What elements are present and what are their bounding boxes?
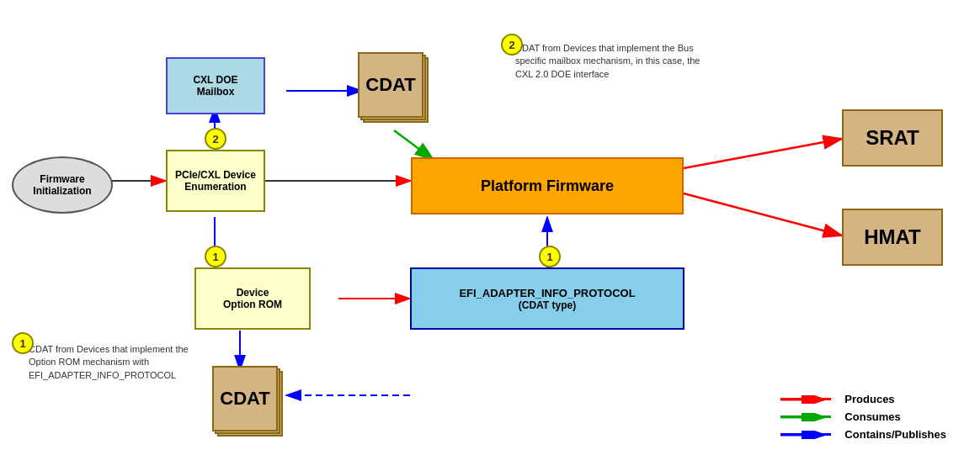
svg-line-7 (394, 130, 434, 160)
legend: Produces Consumes Contains/Publishes (780, 393, 946, 446)
legend-contains: Contains/Publishes (780, 428, 946, 441)
badge-2-top: 2 (501, 34, 523, 56)
legend-produces-line (780, 398, 831, 400)
hmat-box: HMAT (842, 209, 943, 266)
cxl-doe-box: CXL DOE Mailbox (166, 57, 265, 114)
firmware-init-box: Firmware Initialization (12, 156, 113, 214)
legend-contains-label: Contains/Publishes (844, 428, 946, 441)
legend-consumes-label: Consumes (844, 410, 900, 423)
efi-adapter-box: EFI_ADAPTER_INFO_PROTOCOL (CDAT type) (410, 267, 684, 330)
efi-adapter-sublabel: (CDAT type) (459, 299, 635, 311)
badge-1-efi: 1 (539, 246, 561, 267)
firmware-init-label: Firmware Initialization (33, 173, 91, 197)
badge-1-cdat-bottom: 1 (12, 332, 34, 354)
legend-produces-label: Produces (844, 393, 894, 405)
cxl-doe-label: CXL DOE Mailbox (193, 74, 237, 98)
cdat-top-front: CDAT (358, 52, 423, 118)
legend-consumes-line (780, 415, 831, 418)
cdat-bottom-wrapper: CDAT (212, 366, 288, 442)
srat-box: SRAT (842, 109, 943, 167)
platform-fw-box: Platform Firmware (411, 157, 684, 214)
badge-2-pcie: 2 (205, 128, 226, 150)
legend-contains-line (780, 433, 831, 436)
hmat-label: HMAT (864, 225, 921, 249)
cdat-bottom-annotation: CDAT from Devices that implement the Opt… (29, 343, 205, 382)
efi-adapter-label: EFI_ADAPTER_INFO_PROTOCOL (459, 287, 635, 299)
svg-line-14 (684, 139, 842, 168)
legend-produces: Produces (780, 393, 946, 405)
cdat-bottom-front: CDAT (212, 366, 278, 431)
srat-label: SRAT (865, 126, 919, 150)
cdat-top-annotation: CDAT from Devices that implement the Bus… (515, 42, 700, 81)
cdat-top-wrapper: CDAT (358, 52, 434, 128)
legend-consumes: Consumes (780, 410, 946, 423)
badge-1-rom: 1 (205, 246, 226, 267)
device-rom-label: Device Option ROM (223, 287, 282, 310)
device-rom-box: Device Option ROM (194, 267, 311, 330)
svg-line-15 (684, 193, 842, 236)
diagram-container: Firmware Initialization PCIe/CXL Device … (0, 0, 980, 471)
platform-fw-label: Platform Firmware (481, 177, 614, 195)
pcie-enum-box: PCIe/CXL Device Enumeration (166, 150, 265, 212)
pcie-enum-label: PCIe/CXL Device Enumeration (175, 169, 256, 193)
